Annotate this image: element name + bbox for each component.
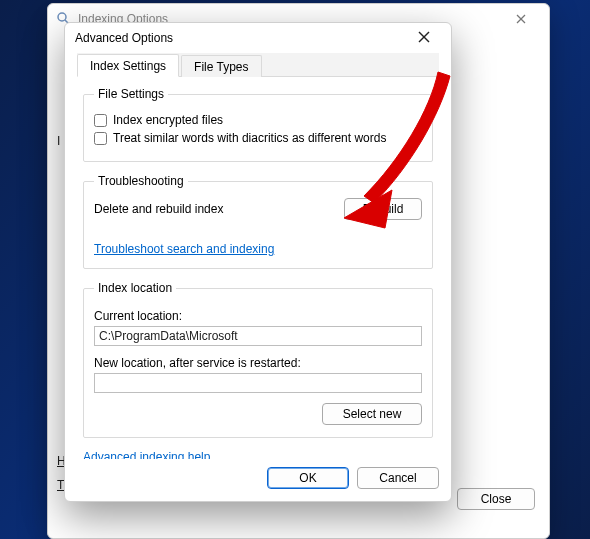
cancel-button[interactable]: Cancel [357,467,439,489]
indexing-options-close-button[interactable]: Close [457,488,535,510]
parent-label-fragment: I [57,134,60,148]
advanced-options-window: Advanced Options Index Settings File Typ… [64,22,452,502]
rebuild-text: Delete and rebuild index [94,202,223,216]
checkbox-index-encrypted-label: Index encrypted files [113,113,223,127]
tabpage-index-settings: File Settings Index encrypted files Trea… [77,77,439,459]
current-location-value: C:\ProgramData\Microsoft [94,326,422,346]
current-location-label: Current location: [94,309,422,323]
ok-button[interactable]: OK [267,467,349,489]
rebuild-button[interactable]: Rebuild [344,198,422,220]
tabstrip: Index Settings File Types [77,53,439,77]
group-troubleshooting: Troubleshooting Delete and rebuild index… [83,174,433,269]
dialog-buttons: OK Cancel [65,459,451,501]
checkbox-index-encrypted[interactable]: Index encrypted files [94,113,422,127]
advanced-options-title: Advanced Options [75,31,173,45]
group-troubleshooting-legend: Troubleshooting [94,174,188,188]
new-location-input[interactable] [94,373,422,393]
tab-index-settings[interactable]: Index Settings [77,54,179,77]
new-location-label: New location, after service is restarted… [94,356,422,370]
advanced-options-titlebar: Advanced Options [65,23,451,53]
checkbox-index-encrypted-box[interactable] [94,114,107,127]
select-new-button[interactable]: Select new [322,403,422,425]
group-file-settings-legend: File Settings [94,87,168,101]
troubleshoot-link[interactable]: Troubleshoot search and indexing [94,242,274,256]
advanced-help-link[interactable]: Advanced indexing help [83,450,210,459]
checkbox-diacritics[interactable]: Treat similar words with diacritics as d… [94,131,422,145]
group-index-location-legend: Index location [94,281,176,295]
tab-file-types[interactable]: File Types [181,55,261,77]
group-file-settings: File Settings Index encrypted files Trea… [83,87,433,162]
indexing-options-close-icon[interactable] [501,11,541,27]
checkbox-diacritics-label: Treat similar words with diacritics as d… [113,131,386,145]
group-index-location: Index location Current location: C:\Prog… [83,281,433,438]
advanced-options-close-button[interactable] [407,30,441,46]
svg-point-0 [58,13,66,21]
checkbox-diacritics-box[interactable] [94,132,107,145]
